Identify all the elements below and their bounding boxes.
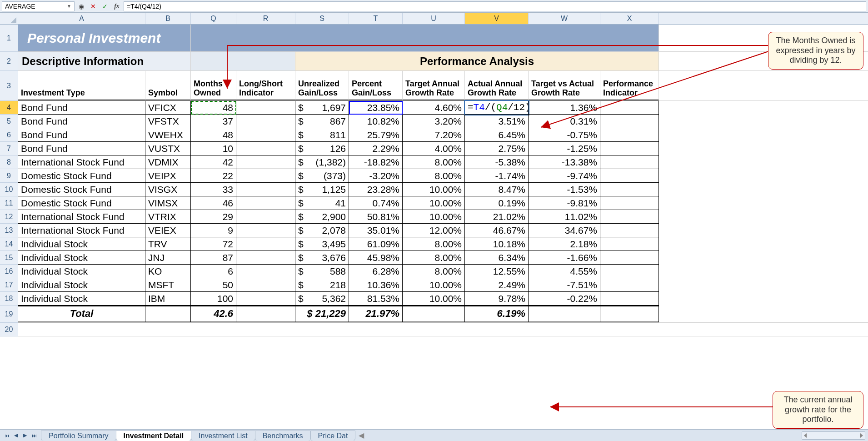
cell-target-vs-actual[interactable]: -1.53% <box>529 183 600 196</box>
cell-long-short[interactable] <box>236 278 295 292</box>
row-header-16[interactable]: 16 <box>0 265 18 278</box>
row-header-12[interactable]: 12 <box>0 210 18 224</box>
cell-actual-rate[interactable]: 3.51% <box>465 115 529 128</box>
row-header-8[interactable]: 8 <box>0 155 18 169</box>
cell-target-rate[interactable]: 4.00% <box>403 142 465 155</box>
cell-long-short[interactable] <box>236 292 295 306</box>
cell-months[interactable]: 10 <box>191 142 236 155</box>
cell-unrealized-gl[interactable]: $2,078 <box>295 224 349 237</box>
cell-unrealized-gl[interactable]: $1,697 <box>295 101 349 115</box>
cell-actual-rate[interactable]: 9.78% <box>465 292 529 306</box>
cell-symbol[interactable]: MSFT <box>145 278 191 292</box>
cell-symbol[interactable]: VUSTX <box>145 142 191 155</box>
cell-long-short[interactable] <box>236 115 295 128</box>
col-header-R[interactable]: R <box>236 13 295 24</box>
cell-percent-gl[interactable]: 10.82% <box>349 115 403 128</box>
cell-performance-ind[interactable] <box>600 155 659 169</box>
col-header-X[interactable]: X <box>600 13 659 24</box>
cell-months[interactable]: 48 <box>191 101 236 115</box>
cell-actual-rate[interactable]: 12.55% <box>465 265 529 278</box>
cell-performance-ind[interactable] <box>600 210 659 224</box>
cell-months[interactable]: 50 <box>191 278 236 292</box>
row-header-18[interactable]: 18 <box>0 292 18 306</box>
cell-investment-type[interactable]: Domestic Stock Fund <box>18 183 145 196</box>
cell-long-short[interactable] <box>236 210 295 224</box>
cell-target-vs-actual[interactable]: 4.55% <box>529 265 600 278</box>
cell-symbol[interactable]: VEIPX <box>145 169 191 183</box>
cell-percent-gl[interactable]: 35.01% <box>349 224 403 237</box>
cell-long-short[interactable] <box>236 224 295 237</box>
cell-long-short[interactable] <box>236 142 295 155</box>
cell-unrealized-gl[interactable]: $2,900 <box>295 210 349 224</box>
cell-investment-type[interactable]: Domestic Stock Fund <box>18 169 145 183</box>
cell-percent-gl[interactable]: 81.53% <box>349 292 403 306</box>
horizontal-scrollbar[interactable] <box>802 431 865 440</box>
cell-months[interactable]: 33 <box>191 183 236 196</box>
cell-unrealized-gl[interactable]: $3,495 <box>295 237 349 251</box>
col-header-A[interactable]: A <box>18 13 145 24</box>
cell-target-vs-actual[interactable]: -9.81% <box>529 196 600 210</box>
cell-months[interactable]: 100 <box>191 292 236 306</box>
fx-icon[interactable]: fx <box>112 1 122 11</box>
cell-actual-rate-editing[interactable]: =T4/(Q4/12) <box>465 101 529 115</box>
tab-benchmarks[interactable]: Benchmarks <box>255 431 311 441</box>
cell-target-rate[interactable]: 8.00% <box>403 265 465 278</box>
cell-performance-ind[interactable] <box>600 115 659 128</box>
cell-investment-type[interactable]: Individual Stock <box>18 237 145 251</box>
cell-actual-rate[interactable]: 0.19% <box>465 196 529 210</box>
enter-button[interactable]: ✓ <box>100 1 110 11</box>
cell-performance-ind[interactable] <box>600 183 659 196</box>
cell-actual-rate[interactable]: 8.47% <box>465 183 529 196</box>
cell-target-rate[interactable]: 10.00% <box>403 196 465 210</box>
row-header-5[interactable]: 5 <box>0 115 18 128</box>
cell-target-vs-actual[interactable]: 34.67% <box>529 224 600 237</box>
cell-target-vs-actual[interactable]: -9.74% <box>529 169 600 183</box>
row-header-20[interactable]: 20 <box>0 323 18 336</box>
cell-performance-ind[interactable] <box>600 142 659 155</box>
cell-symbol[interactable]: VWEHX <box>145 128 191 142</box>
cell-investment-type[interactable]: Bond Fund <box>18 115 145 128</box>
tab-scroll-arrow[interactable]: ◀ <box>359 431 364 440</box>
cell-performance-ind[interactable] <box>600 292 659 306</box>
cell-actual-rate[interactable]: 6.45% <box>465 128 529 142</box>
row-header-14[interactable]: 14 <box>0 237 18 251</box>
cell-months[interactable]: 46 <box>191 196 236 210</box>
cell-investment-type[interactable]: Bond Fund <box>18 128 145 142</box>
row-header-13[interactable]: 13 <box>0 224 18 237</box>
formula-input[interactable]: =T4/(Q4/12) <box>124 1 866 11</box>
row-header-15[interactable]: 15 <box>0 251 18 265</box>
cell-target-rate[interactable]: 8.00% <box>403 155 465 169</box>
cell-performance-ind[interactable] <box>600 265 659 278</box>
tab-nav-prev[interactable]: ◀ <box>12 431 20 440</box>
cell-target-vs-actual[interactable]: -7.51% <box>529 278 600 292</box>
cell-target-rate[interactable]: 12.00% <box>403 224 465 237</box>
cancel-button[interactable]: ✕ <box>88 1 98 11</box>
cell-percent-gl[interactable]: 23.28% <box>349 183 403 196</box>
cell-percent-gl[interactable]: 23.85% <box>349 101 403 115</box>
row-header-4[interactable]: 4 <box>0 101 18 115</box>
col-header-Q[interactable]: Q <box>191 13 236 24</box>
cell-investment-type[interactable]: Individual Stock <box>18 251 145 265</box>
cell-months[interactable]: 6 <box>191 265 236 278</box>
cell-long-short[interactable] <box>236 237 295 251</box>
row-header-7[interactable]: 7 <box>0 142 18 155</box>
row-header-6[interactable]: 6 <box>0 128 18 142</box>
cell-months[interactable]: 22 <box>191 169 236 183</box>
cell-symbol[interactable]: VFSTX <box>145 115 191 128</box>
cell-unrealized-gl[interactable]: $811 <box>295 128 349 142</box>
cell-long-short[interactable] <box>236 183 295 196</box>
row-header-3[interactable]: 3 <box>0 71 18 101</box>
row-header-1[interactable]: 1 <box>0 25 18 52</box>
cell-investment-type[interactable]: Bond Fund <box>18 101 145 115</box>
cell-target-vs-actual[interactable]: 1.36% <box>529 101 600 115</box>
cell-percent-gl[interactable]: 0.74% <box>349 196 403 210</box>
tab-investment-list[interactable]: Investment List <box>191 431 255 441</box>
cell-percent-gl[interactable]: 2.29% <box>349 142 403 155</box>
cell-unrealized-gl[interactable]: $126 <box>295 142 349 155</box>
cell-unrealized-gl[interactable]: $41 <box>295 196 349 210</box>
cell-performance-ind[interactable] <box>600 224 659 237</box>
tab-nav-last[interactable]: ⏭ <box>30 431 38 440</box>
name-box[interactable]: AVERAGE ▼ <box>2 1 75 11</box>
row-header-11[interactable]: 11 <box>0 196 18 210</box>
cell-investment-type[interactable]: Domestic Stock Fund <box>18 196 145 210</box>
